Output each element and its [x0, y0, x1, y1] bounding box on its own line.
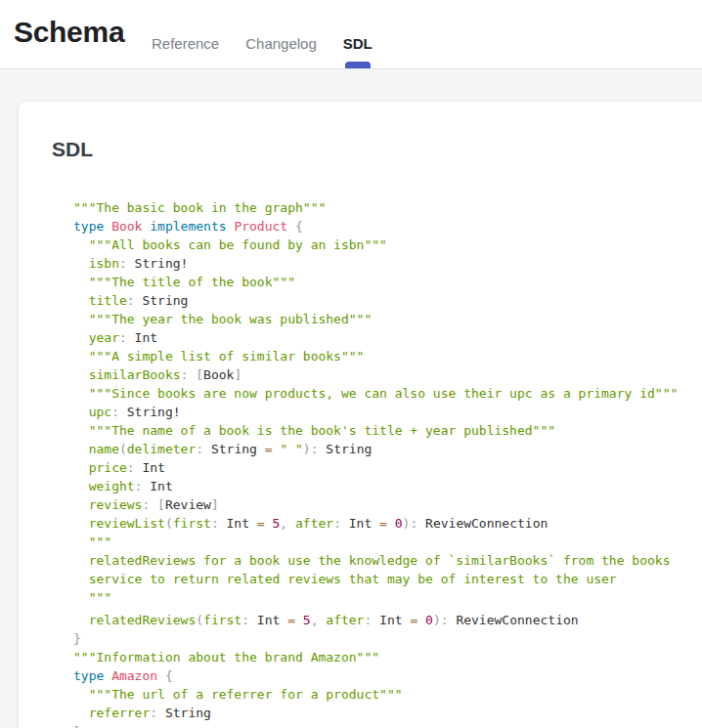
code-line: service to return related reviews that m… [73, 570, 702, 588]
code-line: isbn: String! [73, 254, 702, 273]
code-line: """The name of a book is the book's titl… [73, 421, 702, 440]
tab-sdl-label: SDL [343, 35, 373, 52]
tab-changelog[interactable]: Changelog [245, 35, 317, 68]
code-line: type Book implements Product { [73, 217, 702, 236]
code-line: reviewList(first: Int = 5, after: Int = … [73, 514, 702, 533]
code-line: """Information about the brand Amazon""" [73, 648, 702, 666]
code-line: relatedReviews(first: Int = 5, after: In… [73, 611, 702, 629]
page-title: Schema [14, 16, 124, 49]
content-area: SDL """The basic book in the graph"""typ… [0, 69, 702, 728]
code-line: relatedReviews for a book use the knowle… [73, 551, 702, 570]
code-line: """The basic book in the graph""" [73, 198, 702, 217]
code-line: } [73, 722, 702, 728]
code-line: reviews: [Review] [73, 495, 702, 514]
code-line: referrer: String [73, 704, 702, 722]
code-line: similarBooks: [Book] [73, 365, 702, 384]
code-line: """All books can be found by an isbn""" [73, 236, 702, 254]
code-line: upc: String! [73, 403, 702, 421]
sdl-card: SDL """The basic book in the graph"""typ… [18, 101, 702, 728]
code-line: } [73, 629, 702, 648]
code-line: """The year the book was published""" [73, 310, 702, 328]
code-line: """ [73, 533, 702, 551]
code-line: """ [73, 588, 702, 607]
active-tab-indicator [345, 62, 371, 68]
page-header: Schema Reference Changelog SDL [0, 0, 702, 69]
code-line: name(delimeter: String = " "): String [73, 440, 702, 458]
code-line: """Since books are now products, we can … [73, 384, 702, 403]
code-line: type Amazon { [73, 666, 702, 685]
tab-bar: Reference Changelog SDL [152, 35, 373, 68]
sdl-heading: SDL [52, 138, 702, 161]
code-line: price: Int [73, 458, 702, 477]
code-line: """The title of the book""" [73, 273, 702, 291]
code-line: """A simple list of similar books""" [73, 347, 702, 365]
code-line: year: Int [73, 328, 702, 347]
code-line: weight: Int [73, 477, 702, 495]
tab-reference[interactable]: Reference [152, 35, 219, 68]
code-line: title: String [73, 291, 702, 310]
sdl-code-block: """The basic book in the graph"""type Bo… [73, 198, 702, 728]
tab-sdl[interactable]: SDL [343, 35, 373, 68]
code-line: """The url of a referrer for a product""… [73, 685, 702, 704]
